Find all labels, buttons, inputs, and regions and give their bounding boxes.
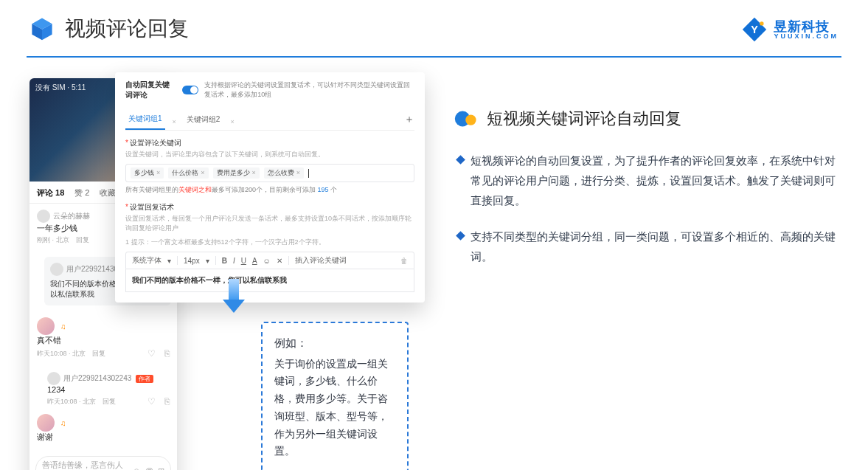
brand-logo-icon: Y xyxy=(741,16,768,43)
bold-icon[interactable]: B xyxy=(222,257,227,265)
example-box: 例如： 关于询价的设置成一组关键词，多少钱、什么价格，费用多少等。关于咨询班型、… xyxy=(261,322,409,470)
comment-text: 谢谢 xyxy=(37,432,170,443)
insert-keyword-button[interactable]: 插入评论关键词 xyxy=(295,255,347,266)
comment-meta: 昨天10:08 · 北京 回复 xyxy=(37,349,105,359)
keyword-chip: 费用是多少× xyxy=(213,167,260,179)
comment-meta: 昨天10:08 · 北京 回复 xyxy=(47,397,116,407)
brand-name-en: YUUXIN.COM xyxy=(774,33,839,40)
heart-icon[interactable]: ♡ ⎘ xyxy=(147,348,170,360)
example-body: 关于询价的设置成一组关键词，多少钱、什么价格，费用多少等。关于咨询班型、版本、型… xyxy=(274,356,395,461)
keyword-input[interactable]: 多少钱× 什么价格× 费用是多少× 怎么收费× xyxy=(125,164,414,182)
clear-icon[interactable]: ✕ xyxy=(277,257,282,265)
underline-icon[interactable]: U xyxy=(241,257,246,265)
author-badge: 作者 xyxy=(136,375,153,383)
text-cursor xyxy=(308,169,309,178)
comment-text: 真不错 xyxy=(37,335,170,346)
section-title: 短视频关键词评论自动回复 xyxy=(487,108,681,130)
keyword-chip: 怎么收费× xyxy=(264,167,304,179)
input-placeholder: 善语结善缘，恶言伤人心 xyxy=(42,460,128,470)
keyword-chip: 什么价格× xyxy=(168,167,208,179)
example-title: 例如： xyxy=(274,334,395,353)
bullet-item: 支持不同类型的关键词分组，同一类问题，可设置多个相近的、高频的关键词。 xyxy=(457,227,838,266)
switch-label: 自动回复关键词评论 xyxy=(125,80,176,100)
tab-fav[interactable]: 收藏 xyxy=(100,187,116,198)
font-select[interactable]: 系统字体 xyxy=(132,255,162,266)
auto-reply-toggle[interactable] xyxy=(182,86,198,94)
brand-logo-block: Y 昱新科技 YUUXIN.COM xyxy=(741,16,839,43)
comment-3: 用户2299214302243作者 1234 昨天10:08 · 北京 回复 ♡… xyxy=(29,366,177,414)
bullet-item: 短视频评论的自动回复设置，为了提升作者的评论回复效率，在系统中针对常见的评论用户… xyxy=(457,151,838,210)
add-group-button[interactable]: ＋ xyxy=(404,113,414,126)
reply-tip: 1 提示：一个富文本框最多支持512个字符，一个汉字占用2个字符。 xyxy=(125,238,414,247)
emoji-icon[interactable]: ☺ xyxy=(263,257,271,265)
avatar-icon xyxy=(50,263,63,276)
avatar-icon xyxy=(37,317,55,335)
keyword-chip: 多少钱× xyxy=(131,167,164,179)
avatar-icon xyxy=(37,414,55,432)
comment-4: ♫ 谢谢 xyxy=(29,414,177,450)
emoji-icon[interactable]: ☺ xyxy=(133,466,141,470)
keywords-hint: 设置关键词，当评论里内容包含了以下关键词，则系统可自动回复。 xyxy=(125,150,414,159)
speaker-icon: ♫ xyxy=(60,322,66,331)
section-heading: 短视频关键词评论自动回复 xyxy=(454,108,838,130)
size-select[interactable]: 14px xyxy=(184,257,200,265)
reply-hint: 设置回复话术，每回复一个用户评论只发送一条话术，最多支持设置10条不同话术，按添… xyxy=(125,214,414,233)
keywords-label: *设置评论关键词 xyxy=(125,138,414,148)
gift-icon[interactable]: ⊞ xyxy=(158,466,164,471)
svg-point-7 xyxy=(465,114,476,125)
svg-point-5 xyxy=(760,21,764,25)
comment-input[interactable]: 善语结善缘，恶言伤人心 ☺ @ ⊞ xyxy=(35,456,171,470)
keyword-group-tab-2[interactable]: 关键词组2 xyxy=(184,110,223,129)
color-icon[interactable]: A xyxy=(252,257,257,265)
delete-icon[interactable]: 🗑 xyxy=(400,257,408,265)
cube-icon xyxy=(29,16,55,41)
settings-card: 自动回复关键词评论 支持根据评论的关键词设置回复话术，可以针对不同类型关键词设置… xyxy=(115,72,425,303)
brand-name-cn: 昱新科技 xyxy=(774,20,839,33)
page-title: 视频评论回复 xyxy=(65,15,189,43)
svg-text:Y: Y xyxy=(751,24,759,35)
editor-body[interactable]: 我们不同的版本价格不一样，您可以私信联系我 xyxy=(125,269,414,292)
reply-label: *设置回复话术 xyxy=(125,202,414,212)
comment-2: ♫ 真不错 昨天10:08 · 北京 回复 ♡ ⎘ xyxy=(29,311,177,366)
comment-text: 1234 xyxy=(47,385,170,394)
tab-comments[interactable]: 评论 18 xyxy=(37,187,64,198)
heart-icon[interactable]: ♡ ⎘ xyxy=(147,395,170,408)
keyword-count-note: 所有关键词组里的关键词之和最多可添加200个，目前剩余可添加 195 个 xyxy=(125,185,414,195)
keyword-group-tab-1[interactable]: 关键词组1 xyxy=(125,109,165,130)
editor-text: 我们不同的版本价格不一样，您可以私信联系我 xyxy=(132,276,287,284)
avatar-icon xyxy=(47,372,60,385)
switch-desc: 支持根据评论的关键词设置回复话术，可以针对不同类型关键词设置回复话术，最多添加1… xyxy=(204,80,414,100)
header-divider xyxy=(27,56,841,58)
tab-likes[interactable]: 赞 2 xyxy=(74,187,89,198)
italic-icon[interactable]: I xyxy=(233,257,235,265)
at-icon[interactable]: @ xyxy=(145,466,153,470)
editor-toolbar: 系统字体▾ 14px▾ B I U A ☺ ✕ 插入评论关键词 🗑 xyxy=(125,252,414,269)
arrow-down-icon xyxy=(224,279,243,314)
heading-bullet-icon xyxy=(454,109,478,128)
avatar-icon xyxy=(37,210,50,223)
page-header: 视频评论回复 xyxy=(0,0,868,50)
speaker-icon: ♫ xyxy=(60,419,66,427)
